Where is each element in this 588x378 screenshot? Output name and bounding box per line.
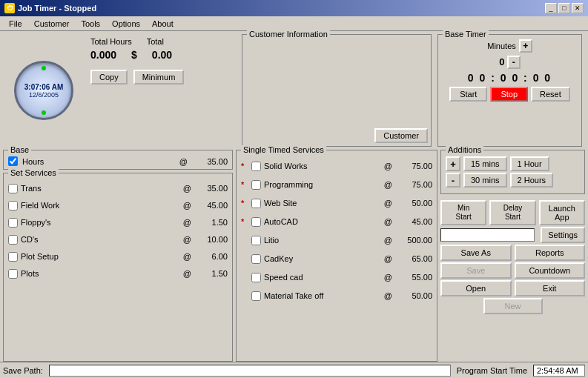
timer-stop-button[interactable]: Stop (490, 87, 528, 102)
plotsetup-checkbox[interactable] (8, 252, 18, 262)
litio-rate: 500.00 (395, 236, 432, 245)
programming-at: @ (384, 180, 392, 189)
hours-label: Hours (22, 157, 44, 166)
open-button[interactable]: Open (440, 280, 512, 296)
additions-label: Additions (446, 145, 483, 154)
materialtakeoff-at: @ (384, 291, 392, 300)
menu-file[interactable]: File (3, 18, 28, 30)
action-row-3: Save Countdown (440, 262, 585, 279)
cadkey-at: @ (384, 254, 392, 263)
title-bar-left: ⏱ Job Timer - Stopped (4, 3, 96, 13)
menu-bar: File Customer Tools Options About (0, 16, 588, 31)
exit-button[interactable]: Exit (515, 280, 586, 296)
cadkey-checkbox[interactable] (251, 254, 261, 264)
autocad-at: @ (384, 217, 392, 226)
plots-checkbox[interactable] (8, 269, 18, 279)
additions-plus-button[interactable]: + (446, 156, 460, 171)
base-hours-row: Hours @ 35.00 (8, 156, 228, 166)
speedcad-checkbox[interactable] (251, 273, 261, 282)
cds-at: @ (183, 235, 191, 244)
cds-checkbox[interactable] (8, 235, 18, 245)
copy-button[interactable]: Copy (90, 70, 128, 84)
additions-minus-button[interactable]: - (446, 173, 460, 188)
timer-value-display: 0 - (443, 56, 577, 69)
timer-reset-button[interactable]: Reset (531, 87, 570, 102)
materialtakeoff-checkbox[interactable] (251, 291, 261, 301)
action-row-1: MinStart DelayStart Launch App (440, 200, 585, 225)
floppys-checkbox[interactable] (8, 218, 18, 228)
base-group: Base Hours @ 35.00 (3, 150, 233, 170)
timer-plus-button[interactable]: + (519, 39, 532, 53)
clock-dot-bottom (42, 110, 46, 115)
website-asterisk: * (241, 199, 248, 208)
save-path-input[interactable] (49, 365, 451, 377)
litio-checkbox[interactable] (251, 236, 261, 245)
programming-checkbox[interactable] (251, 180, 261, 190)
reports-button[interactable]: Reports (515, 245, 586, 261)
additions-row-1: + 15 mins 1 Hour (446, 156, 580, 171)
speedcad-label: Speed cad (264, 273, 381, 282)
menu-options[interactable]: Options (106, 18, 146, 30)
floppys-at: @ (183, 218, 191, 227)
materialtakeoff-rate: 50.00 (395, 291, 432, 300)
menu-about[interactable]: About (146, 18, 179, 30)
hours-value: 0.000 (90, 49, 116, 61)
timed-materialtakeoff: Material Take off @ 50.00 (241, 287, 432, 305)
action-row-settings: Settings (440, 227, 585, 243)
menu-tools[interactable]: Tools (75, 18, 106, 30)
close-button[interactable]: ✕ (572, 3, 584, 13)
minimize-button[interactable]: _ (545, 3, 557, 13)
hours-checkbox[interactable] (8, 156, 18, 166)
total-label: Total (147, 37, 164, 46)
delay-start-button[interactable]: DelayStart (489, 200, 535, 225)
trans-checkbox[interactable] (8, 184, 18, 193)
customer-button[interactable]: Customer (374, 128, 428, 143)
timed-autocad: * AutoCAD @ 45.00 (241, 213, 432, 231)
btn-1hour[interactable]: 1 Hour (510, 156, 549, 171)
program-start-value: 2:54:48 AM (533, 365, 585, 377)
customer-info-group: Customer Information Customer (242, 34, 432, 147)
autocad-checkbox[interactable] (251, 217, 261, 227)
maximize-button[interactable]: □ (558, 3, 570, 13)
timed-services-group: Single Timed Services * Solid Works @ 75… (236, 150, 437, 362)
plotsetup-label: Plot Setup (21, 252, 180, 261)
window-title: Job Timer - Stopped (18, 4, 96, 13)
launch-app-input[interactable] (440, 228, 535, 242)
autocad-rate: 45.00 (395, 217, 432, 226)
timer-minus-button[interactable]: - (507, 56, 521, 69)
minimum-button[interactable]: Minimum (133, 70, 185, 84)
min-start-button[interactable]: MinStart (440, 200, 486, 225)
btn-30mins[interactable]: 30 mins (463, 173, 507, 188)
new-button[interactable]: New (483, 298, 543, 314)
litio-at: @ (384, 236, 392, 245)
app-icon: ⏱ (4, 3, 15, 13)
litio-label: Litio (264, 236, 381, 245)
clock-date: 12/6/2005 (29, 91, 59, 99)
website-at: @ (384, 199, 392, 208)
action-row-4: Open Exit (440, 280, 585, 296)
customer-info-label: Customer Information (247, 30, 330, 39)
action-buttons-group: MinStart DelayStart Launch App Settings … (440, 200, 585, 314)
totals-area: Total Hours Total 0.000 $ 0.00 Copy Mini… (87, 34, 236, 147)
btn-2hours[interactable]: 2 Hours (510, 173, 554, 188)
menu-customer[interactable]: Customer (28, 18, 76, 30)
fieldwork-checkbox[interactable] (8, 201, 18, 210)
clock-area: 3:07:06 AM 12/6/2005 (3, 34, 85, 147)
save-button[interactable]: Save (440, 262, 512, 279)
set-services-list: Trans @ 35.00 Field Work @ 45.00 Floppy'… (8, 180, 228, 282)
solidworks-checkbox[interactable] (251, 162, 261, 171)
settings-button[interactable]: Settings (541, 227, 585, 243)
timer-start-button[interactable]: Start (449, 87, 487, 102)
website-checkbox[interactable] (251, 199, 261, 208)
bottom-bar: Save Path: Program Start Time 2:54:48 AM (0, 362, 588, 378)
service-plotsetup: Plot Setup @ 6.00 (8, 248, 228, 265)
btn-15mins[interactable]: 15 mins (463, 156, 507, 171)
website-label: Web Site (264, 199, 381, 208)
launch-app-button[interactable]: Launch App (539, 200, 585, 225)
action-row-2: Save As Reports (440, 245, 585, 261)
save-as-button[interactable]: Save As (440, 245, 512, 261)
countdown-button[interactable]: Countdown (515, 262, 586, 279)
program-start-label: Program Start Time (457, 366, 527, 375)
solidworks-asterisk: * (241, 162, 248, 170)
speedcad-rate: 55.00 (395, 273, 432, 282)
